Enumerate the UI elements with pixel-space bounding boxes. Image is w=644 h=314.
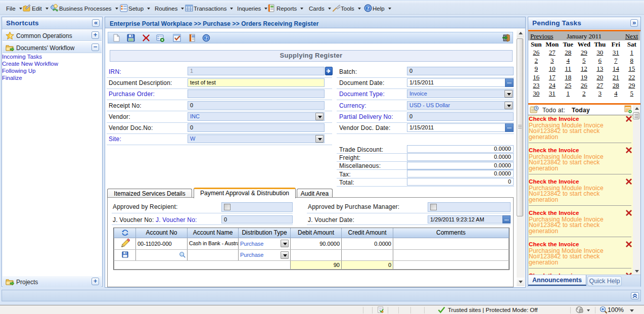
svg-text:?: ? bbox=[366, 6, 369, 11]
svg-text:?: ? bbox=[205, 35, 208, 41]
